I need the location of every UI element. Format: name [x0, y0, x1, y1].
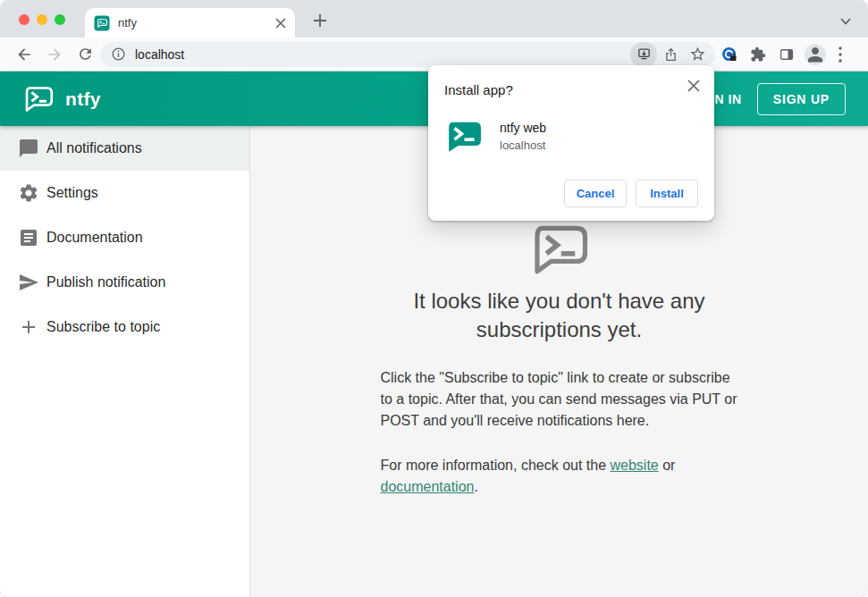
dialog-title: Install app? — [428, 82, 714, 98]
install-app-icon — [636, 46, 652, 62]
share-button[interactable] — [657, 42, 684, 67]
ntfy-favicon — [94, 15, 110, 31]
close-icon — [687, 80, 700, 92]
browser-tab[interactable]: ntfy — [85, 8, 295, 38]
tab-close-icon[interactable] — [275, 18, 286, 29]
side-panel-icon — [779, 46, 795, 63]
extension-lock-button[interactable] — [715, 41, 744, 68]
profile-button[interactable] — [801, 41, 830, 68]
documentation-link[interactable]: documentation — [381, 479, 475, 494]
sidebar-item-settings[interactable]: Settings — [0, 171, 249, 215]
sidebar: All notifications Settings Documentation… — [0, 126, 250, 597]
dialog-app-name: ntfy web — [500, 121, 546, 136]
ntfy-logo — [23, 86, 54, 113]
chevron-down-icon — [840, 18, 851, 25]
reload-icon — [77, 46, 94, 63]
empty-state-heading: It looks like you don't have any subscri… — [372, 287, 747, 344]
gear-icon — [18, 182, 39, 204]
close-window-button[interactable] — [19, 14, 29, 25]
dialog-app-origin: localhost — [500, 139, 546, 153]
extensions-menu-button[interactable] — [744, 41, 772, 68]
browser-menu-button[interactable] — [830, 41, 851, 68]
tab-title: ntfy — [118, 16, 275, 29]
sign-up-button[interactable]: SIGN UP — [757, 83, 846, 115]
minimize-window-button[interactable] — [37, 14, 47, 25]
article-icon — [18, 227, 39, 248]
plus-icon — [313, 13, 327, 28]
period-text: . — [474, 479, 477, 494]
sidebar-item-all-notifications[interactable]: All notifications — [0, 126, 249, 171]
install-button[interactable]: Install — [636, 180, 698, 207]
puzzle-icon — [750, 46, 766, 63]
dialog-app-row: ntfy web localhost — [446, 119, 714, 155]
chat-icon — [18, 138, 39, 159]
browser-window: ntfy — [0, 0, 868, 597]
plus-icon — [18, 316, 39, 338]
side-panel-button[interactable] — [772, 41, 801, 68]
back-button[interactable] — [9, 41, 39, 68]
star-icon — [689, 46, 706, 63]
extension-lock-icon — [721, 46, 738, 63]
more-info-paragraph: For more information, check out the webs… — [381, 455, 738, 498]
site-info-icon[interactable] — [111, 46, 126, 62]
app-title: ntfy — [65, 88, 101, 110]
website-link[interactable]: website — [611, 458, 659, 473]
bookmark-button[interactable] — [684, 42, 711, 67]
avatar — [804, 43, 827, 66]
install-app-button[interactable] — [630, 42, 657, 67]
cancel-button[interactable]: Cancel — [564, 180, 627, 207]
forward-button[interactable] — [39, 41, 70, 68]
fullscreen-window-button[interactable] — [55, 14, 65, 25]
back-arrow-icon — [15, 46, 33, 63]
install-app-dialog: Install app? ntfy web localhost Cancel I… — [428, 65, 714, 221]
dialog-actions: Cancel Install — [428, 180, 698, 207]
sidebar-item-publish-notification[interactable]: Publish notification — [0, 260, 249, 305]
tab-search-button[interactable] — [835, 13, 856, 30]
empty-state-paragraph: Click the "Subscribe to topic" link to c… — [381, 367, 738, 432]
share-icon — [663, 46, 678, 63]
reload-button[interactable] — [70, 41, 100, 68]
send-icon — [18, 272, 39, 293]
macos-window-controls — [19, 14, 65, 25]
kebab-menu-icon — [839, 46, 842, 63]
sidebar-item-documentation[interactable]: Documentation — [0, 215, 249, 260]
ntfy-app-icon — [446, 119, 482, 155]
new-tab-button[interactable] — [308, 8, 333, 33]
address-bar[interactable]: localhost — [100, 42, 715, 67]
address-url[interactable]: localhost — [135, 47, 630, 62]
more-info-text: For more information, check out the — [381, 458, 611, 473]
dialog-app-meta: ntfy web localhost — [500, 119, 546, 153]
or-text: or — [659, 458, 676, 473]
ntfy-logo-large — [530, 224, 589, 275]
sidebar-item-subscribe-to-topic[interactable]: Subscribe to topic — [0, 305, 249, 349]
dialog-close-button[interactable] — [684, 76, 704, 96]
tab-strip: ntfy — [0, 0, 868, 38]
forward-arrow-icon — [46, 46, 63, 63]
